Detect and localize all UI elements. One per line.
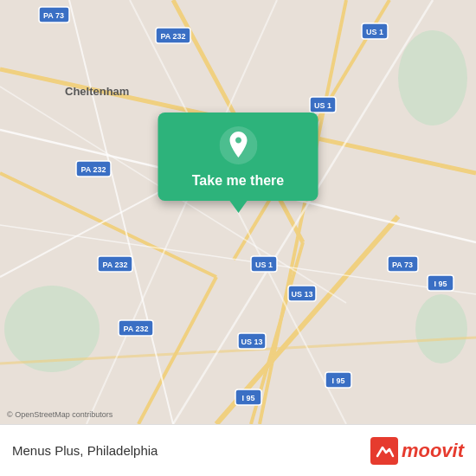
svg-point-3 [415, 294, 467, 363]
svg-text:PA 232: PA 232 [123, 325, 148, 333]
svg-text:I 95: I 95 [434, 280, 447, 288]
svg-text:PA 73: PA 73 [43, 11, 64, 20]
take-me-there-button[interactable]: Take me there [192, 173, 284, 189]
svg-text:US 1: US 1 [314, 101, 331, 110]
svg-text:I 95: I 95 [241, 394, 254, 402]
moovit-text: moovit [402, 440, 464, 462]
bottom-bar: Menus Plus, Philadelphia moovit [0, 424, 476, 476]
svg-text:PA 232: PA 232 [80, 165, 106, 174]
location-pin-icon [219, 126, 257, 164]
svg-text:PA 73: PA 73 [392, 261, 413, 269]
svg-text:PA 232: PA 232 [102, 261, 127, 269]
svg-text:US 1: US 1 [255, 261, 273, 269]
moovit-icon [370, 437, 398, 465]
svg-text:Cheltenham: Cheltenham [65, 85, 129, 98]
svg-text:PA 232: PA 232 [160, 32, 185, 41]
svg-text:I 95: I 95 [331, 376, 344, 385]
svg-text:US 13: US 13 [291, 290, 312, 299]
moovit-logo: moovit [370, 437, 464, 465]
location-label: Menus Plus, Philadelphia [12, 443, 370, 458]
svg-point-2 [398, 30, 467, 125]
map-container: PA 73 PA 232 US 1 US 1 US 1 PA 232 US 1 … [0, 0, 476, 424]
svg-text:© OpenStreetMap contributors: © OpenStreetMap contributors [7, 410, 113, 419]
svg-text:US 1: US 1 [366, 28, 383, 36]
svg-text:US 13: US 13 [241, 338, 262, 346]
popup-card[interactable]: Take me there [158, 113, 318, 201]
